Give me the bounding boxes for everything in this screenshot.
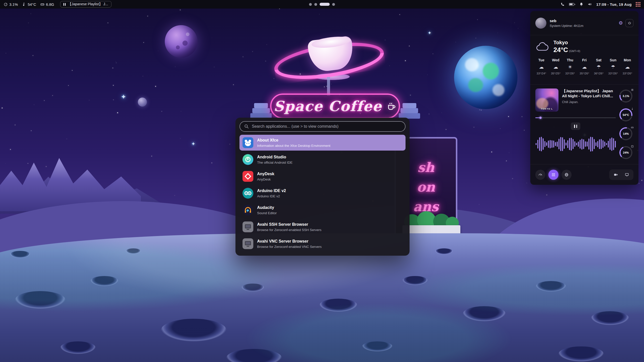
- widget-sidebar: seb System Uptime: 4h11m ⚙ Tokyo 24°C(GM…: [530, 11, 638, 185]
- workspace-dot[interactable]: [309, 3, 312, 6]
- app-title: Android Studio: [257, 155, 293, 160]
- display-button[interactable]: [622, 171, 631, 179]
- bell-icon[interactable]: [579, 2, 584, 7]
- workspace-dot[interactable]: [332, 3, 335, 6]
- app-text: Avahi VNC Server Browser Browse for Zero…: [257, 239, 322, 249]
- monitor-icon: [625, 172, 629, 177]
- screen-record-button[interactable]: [611, 171, 620, 179]
- apps-grid-icon[interactable]: [636, 2, 640, 7]
- dashboard-button[interactable]: [535, 170, 545, 180]
- roof-step: [400, 108, 418, 113]
- user-name: seb: [550, 19, 583, 23]
- weather-card: Tokyo 24°C(GMT+9) Tue☁33°/24° Wed☁35°/25…: [530, 35, 638, 84]
- pause-button[interactable]: [571, 122, 580, 130]
- workspace-dot[interactable]: [314, 3, 317, 6]
- battery-icon[interactable]: [569, 3, 575, 6]
- sign-text: Space Coffee: [274, 98, 382, 114]
- forecast-day-label: Sat: [596, 58, 601, 62]
- memory-value: 6.8G: [46, 2, 54, 7]
- search-input[interactable]: [252, 124, 401, 129]
- forecast-day: Sun☂33°/26°: [607, 58, 619, 75]
- media-main: TOKYO L 【Japanese Playlist】 Japan All Ni…: [535, 88, 616, 160]
- workspace-dot-active[interactable]: [320, 3, 330, 6]
- app-row-avahi-ssh[interactable]: Avahi SSH Server Browser Browse for Zero…: [239, 219, 406, 235]
- android-studio-icon: [243, 154, 253, 165]
- app-row-android-studio[interactable]: Android Studio The official Android IDE: [239, 152, 406, 167]
- weather-header: Tokyo 24°C(GMT+9): [535, 40, 633, 54]
- stat-disk: 24%: [619, 146, 633, 160]
- forecast-day: Mon☁33°/26°: [621, 58, 633, 75]
- settings-button[interactable]: ⚙: [619, 21, 623, 25]
- user-info: seb System Uptime: 4h11m: [550, 19, 583, 28]
- gauge-value: 24%: [619, 146, 633, 160]
- quick-actions: [530, 164, 638, 185]
- forecast-day-label: Thu: [567, 58, 573, 62]
- album-art[interactable]: TOKYO L: [535, 88, 558, 112]
- progress-knob[interactable]: [539, 117, 542, 119]
- avatar: [535, 18, 546, 29]
- panel-right-group: 17:09 - Tue, 19 Aug: [560, 2, 640, 7]
- power-button[interactable]: [625, 19, 633, 27]
- app-row-about-xfce[interactable]: About Xfce Information about the Xfce De…: [239, 135, 406, 151]
- forecast-day-label: Wed: [552, 58, 559, 62]
- sign-pole: [327, 77, 330, 96]
- forecast-day-label: Sun: [610, 58, 616, 62]
- saturn-ring: [272, 36, 386, 85]
- roof-step: [403, 103, 416, 108]
- media-info: 【Japanese Playlist】 Japan All Night - To…: [562, 88, 616, 112]
- app-text: AnyDesk AnyDesk: [257, 171, 274, 182]
- app-text: About Xfce Information about the Xfce De…: [257, 138, 330, 148]
- temperature-indicator[interactable]: 54°C: [22, 2, 36, 7]
- progress-track: [535, 117, 616, 118]
- desktop: ✦ ✦ ✦ ✦ Space Coffee sh on: [0, 0, 644, 362]
- app-desc: AnyDesk: [257, 177, 274, 182]
- app-drawer-button[interactable]: [548, 170, 558, 180]
- now-playing-chip[interactable]: 【Japanese Playlist】 J...: [60, 1, 111, 8]
- cpu-value: 3.1%: [9, 2, 18, 7]
- media-progress-bar[interactable]: [535, 117, 616, 119]
- clock[interactable]: 17:09 - Tue, 19 Aug: [596, 2, 632, 7]
- app-title: Avahi VNC Server Browser: [257, 239, 322, 244]
- app-row-anydesk[interactable]: AnyDesk AnyDesk: [239, 168, 406, 184]
- cpu-indicator[interactable]: 3.1%: [4, 2, 18, 7]
- search-bar[interactable]: [239, 121, 406, 132]
- small-moon: [138, 98, 147, 107]
- gauge-value: 14%: [619, 127, 633, 141]
- gauge-icon: [538, 172, 543, 177]
- stat-temperature: 54°C: [619, 108, 633, 122]
- capture-group: [609, 169, 633, 180]
- media-subtitle: Chill Japan.: [562, 100, 616, 104]
- forecast-temps: 33°/26°: [608, 72, 618, 75]
- app-text: Arduino IDE v2 Arduino IDE v2: [257, 188, 286, 198]
- progress-fill: [535, 117, 539, 118]
- phone-icon[interactable]: [560, 2, 565, 7]
- sparkle-icon: ✦: [121, 93, 126, 101]
- floating-cup: [307, 36, 355, 73]
- gear-icon: ⚙: [619, 20, 623, 26]
- sun-icon: ☀: [564, 64, 576, 70]
- cloud-icon: [535, 42, 549, 52]
- app-title: About Xfce: [257, 138, 330, 143]
- purple-planet: [165, 25, 197, 58]
- cpu-gauge-icon: [4, 2, 8, 7]
- search-icon: [244, 124, 249, 129]
- forecast-day: Fri☁35°/26°: [578, 58, 590, 75]
- forecast-row: Tue☁33°/24° Wed☁35°/25° Thu☀33°/26° Fri☁…: [535, 58, 633, 75]
- app-row-avahi-vnc[interactable]: Avahi VNC Server Browser Browse for Zero…: [239, 236, 406, 252]
- volume-icon[interactable]: [588, 2, 592, 7]
- memory-indicator[interactable]: 6.8G: [40, 2, 54, 7]
- app-row-audacity[interactable]: Audacity Sound Editor: [239, 202, 406, 218]
- neon-cup-icon: [386, 101, 396, 111]
- globe-button[interactable]: [561, 170, 572, 180]
- system-gauges: 3.1% 54°C 14% 24%: [619, 88, 634, 160]
- media-card: TOKYO L 【Japanese Playlist】 Japan All Ni…: [530, 84, 638, 164]
- cloud-icon: ☁: [550, 64, 562, 70]
- weather-main: Tokyo 24°C(GMT+9): [553, 40, 580, 54]
- arduino-icon: [243, 188, 253, 199]
- apps-grid-icon: [551, 172, 556, 177]
- workspace-switcher: [309, 0, 335, 9]
- stat-cpu: 3.1%: [619, 89, 633, 103]
- app-row-arduino[interactable]: Arduino IDE v2 Arduino IDE v2: [239, 185, 406, 201]
- app-text: Avahi SSH Server Browser Browse for Zero…: [257, 222, 321, 232]
- app-desc: Information about the Xfce Desktop Envir…: [257, 144, 330, 148]
